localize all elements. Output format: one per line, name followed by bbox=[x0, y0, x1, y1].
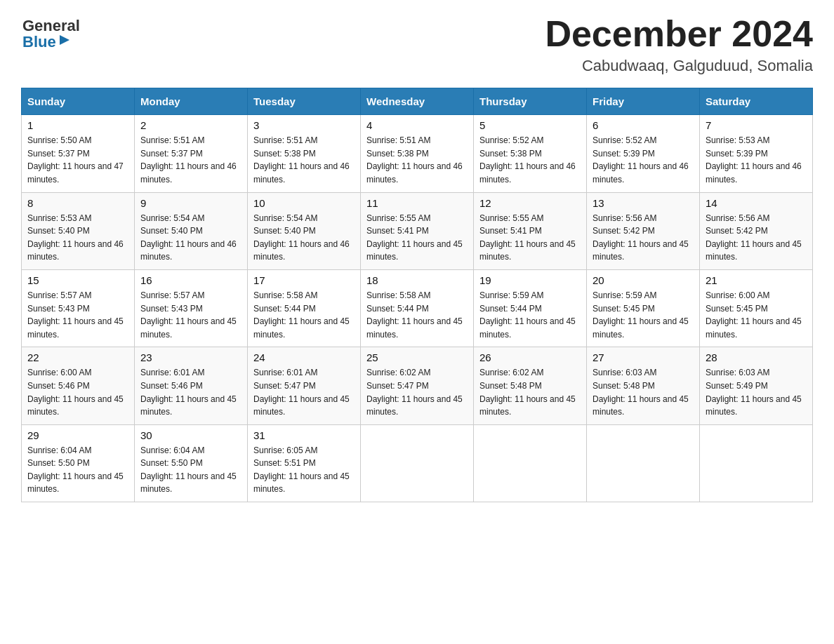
logo: General Blue bbox=[21, 14, 80, 51]
daylight-label: Daylight: 11 hours and 46 minutes. bbox=[706, 161, 802, 185]
day-info: Sunrise: 5:51 AM Sunset: 5:38 PM Dayligh… bbox=[366, 134, 468, 186]
daylight-label: Daylight: 11 hours and 45 minutes. bbox=[706, 316, 802, 340]
calendar-cell: 21 Sunrise: 6:00 AM Sunset: 5:45 PM Dayl… bbox=[700, 269, 813, 347]
sunset-label: Sunset: 5:41 PM bbox=[479, 226, 542, 236]
sunrise-label: Sunrise: 5:54 AM bbox=[253, 213, 317, 223]
calendar-cell bbox=[361, 424, 474, 502]
daylight-label: Daylight: 11 hours and 45 minutes. bbox=[593, 239, 689, 262]
daylight-label: Daylight: 11 hours and 45 minutes. bbox=[366, 394, 463, 417]
day-info: Sunrise: 5:55 AM Sunset: 5:41 PM Dayligh… bbox=[479, 212, 581, 264]
day-info: Sunrise: 5:54 AM Sunset: 5:40 PM Dayligh… bbox=[140, 212, 241, 264]
sunset-label: Sunset: 5:37 PM bbox=[140, 149, 203, 159]
calendar-cell: 29 Sunrise: 6:04 AM Sunset: 5:50 PM Dayl… bbox=[22, 424, 135, 502]
daylight-label: Daylight: 11 hours and 46 minutes. bbox=[366, 161, 463, 185]
calendar-cell: 12 Sunrise: 5:55 AM Sunset: 5:41 PM Dayl… bbox=[474, 192, 587, 269]
sunset-label: Sunset: 5:46 PM bbox=[27, 381, 90, 391]
calendar-cell: 18 Sunrise: 5:58 AM Sunset: 5:44 PM Dayl… bbox=[361, 269, 474, 347]
sunset-label: Sunset: 5:41 PM bbox=[366, 226, 429, 236]
sunrise-label: Sunrise: 5:55 AM bbox=[366, 213, 430, 223]
calendar-cell: 19 Sunrise: 5:59 AM Sunset: 5:44 PM Dayl… bbox=[474, 269, 587, 347]
sunrise-label: Sunrise: 6:03 AM bbox=[593, 368, 656, 377]
day-number: 8 bbox=[27, 197, 128, 209]
calendar-cell: 14 Sunrise: 5:56 AM Sunset: 5:42 PM Dayl… bbox=[700, 192, 813, 269]
header-saturday: Saturday bbox=[700, 88, 813, 115]
day-info: Sunrise: 6:02 AM Sunset: 5:47 PM Dayligh… bbox=[366, 366, 468, 418]
day-info: Sunrise: 5:57 AM Sunset: 5:43 PM Dayligh… bbox=[140, 289, 241, 341]
day-number: 23 bbox=[140, 351, 241, 363]
day-number: 11 bbox=[366, 197, 468, 209]
sunset-label: Sunset: 5:37 PM bbox=[27, 149, 90, 159]
sunset-label: Sunset: 5:38 PM bbox=[479, 149, 542, 159]
day-number: 7 bbox=[706, 119, 807, 131]
day-number: 26 bbox=[479, 351, 581, 363]
day-number: 25 bbox=[366, 351, 468, 363]
daylight-label: Daylight: 11 hours and 46 minutes. bbox=[253, 239, 350, 262]
calendar-cell: 24 Sunrise: 6:01 AM Sunset: 5:47 PM Dayl… bbox=[248, 347, 361, 424]
daylight-label: Daylight: 11 hours and 45 minutes. bbox=[479, 239, 576, 262]
sunset-label: Sunset: 5:48 PM bbox=[479, 381, 542, 391]
calendar-cell: 15 Sunrise: 5:57 AM Sunset: 5:43 PM Dayl… bbox=[22, 269, 135, 347]
day-info: Sunrise: 6:04 AM Sunset: 5:50 PM Dayligh… bbox=[27, 444, 128, 496]
day-info: Sunrise: 6:04 AM Sunset: 5:50 PM Dayligh… bbox=[140, 444, 241, 496]
sunset-label: Sunset: 5:42 PM bbox=[706, 226, 768, 236]
sunrise-label: Sunrise: 5:57 AM bbox=[27, 290, 91, 300]
calendar-cell bbox=[587, 424, 700, 502]
day-info: Sunrise: 6:00 AM Sunset: 5:46 PM Dayligh… bbox=[27, 366, 128, 418]
sunrise-label: Sunrise: 5:52 AM bbox=[479, 135, 543, 145]
week-row-5: 29 Sunrise: 6:04 AM Sunset: 5:50 PM Dayl… bbox=[22, 424, 813, 502]
sunrise-label: Sunrise: 6:02 AM bbox=[479, 368, 543, 377]
sunrise-label: Sunrise: 6:00 AM bbox=[27, 368, 91, 377]
calendar-cell: 9 Sunrise: 5:54 AM Sunset: 5:40 PM Dayli… bbox=[135, 192, 248, 269]
logo-arrow-icon bbox=[58, 34, 71, 49]
calendar-cell bbox=[474, 424, 587, 502]
day-info: Sunrise: 5:50 AM Sunset: 5:37 PM Dayligh… bbox=[27, 134, 128, 186]
week-row-1: 1 Sunrise: 5:50 AM Sunset: 5:37 PM Dayli… bbox=[22, 115, 813, 192]
day-info: Sunrise: 6:03 AM Sunset: 5:49 PM Dayligh… bbox=[706, 366, 807, 418]
daylight-label: Daylight: 11 hours and 45 minutes. bbox=[27, 394, 124, 417]
sunrise-label: Sunrise: 5:52 AM bbox=[593, 135, 656, 145]
sunset-label: Sunset: 5:45 PM bbox=[706, 304, 768, 314]
sunset-label: Sunset: 5:44 PM bbox=[479, 304, 542, 314]
day-info: Sunrise: 5:54 AM Sunset: 5:40 PM Dayligh… bbox=[253, 212, 355, 264]
daylight-label: Daylight: 11 hours and 45 minutes. bbox=[253, 471, 350, 495]
sunrise-label: Sunrise: 5:54 AM bbox=[140, 213, 204, 223]
month-title: December 2024 bbox=[545, 14, 813, 54]
sunrise-label: Sunrise: 6:01 AM bbox=[253, 368, 317, 377]
day-number: 31 bbox=[253, 429, 355, 441]
daylight-label: Daylight: 11 hours and 45 minutes. bbox=[593, 316, 689, 340]
sunrise-label: Sunrise: 5:55 AM bbox=[479, 213, 543, 223]
day-number: 6 bbox=[593, 119, 694, 131]
calendar-cell: 16 Sunrise: 5:57 AM Sunset: 5:43 PM Dayl… bbox=[135, 269, 248, 347]
day-info: Sunrise: 5:51 AM Sunset: 5:38 PM Dayligh… bbox=[253, 134, 355, 186]
calendar-cell: 25 Sunrise: 6:02 AM Sunset: 5:47 PM Dayl… bbox=[361, 347, 474, 424]
sunrise-label: Sunrise: 5:58 AM bbox=[253, 290, 317, 300]
header-tuesday: Tuesday bbox=[248, 88, 361, 115]
sunrise-label: Sunrise: 6:01 AM bbox=[140, 368, 204, 377]
daylight-label: Daylight: 11 hours and 45 minutes. bbox=[593, 394, 689, 417]
sunset-label: Sunset: 5:47 PM bbox=[366, 381, 429, 391]
svg-marker-0 bbox=[60, 35, 70, 45]
sunrise-label: Sunrise: 5:58 AM bbox=[366, 290, 430, 300]
sunset-label: Sunset: 5:50 PM bbox=[140, 458, 203, 468]
calendar-cell: 27 Sunrise: 6:03 AM Sunset: 5:48 PM Dayl… bbox=[587, 347, 700, 424]
day-number: 30 bbox=[140, 429, 241, 441]
sunrise-label: Sunrise: 6:03 AM bbox=[706, 368, 769, 377]
sunset-label: Sunset: 5:43 PM bbox=[140, 304, 203, 314]
sunrise-label: Sunrise: 5:57 AM bbox=[140, 290, 204, 300]
calendar-cell: 17 Sunrise: 5:58 AM Sunset: 5:44 PM Dayl… bbox=[248, 269, 361, 347]
day-number: 9 bbox=[140, 197, 241, 209]
sunrise-label: Sunrise: 6:05 AM bbox=[253, 445, 317, 455]
sunset-label: Sunset: 5:45 PM bbox=[593, 304, 655, 314]
day-number: 27 bbox=[593, 351, 694, 363]
calendar-table: Sunday Monday Tuesday Wednesday Thursday… bbox=[21, 88, 813, 502]
day-info: Sunrise: 5:58 AM Sunset: 5:44 PM Dayligh… bbox=[253, 289, 355, 341]
sunrise-label: Sunrise: 5:51 AM bbox=[140, 135, 204, 145]
day-number: 2 bbox=[140, 119, 241, 131]
day-info: Sunrise: 5:59 AM Sunset: 5:44 PM Dayligh… bbox=[479, 289, 581, 341]
daylight-label: Daylight: 11 hours and 45 minutes. bbox=[479, 316, 576, 340]
location-title: Cabudwaaq, Galguduud, Somalia bbox=[545, 57, 813, 75]
daylight-label: Daylight: 11 hours and 46 minutes. bbox=[140, 161, 237, 185]
day-info: Sunrise: 5:56 AM Sunset: 5:42 PM Dayligh… bbox=[593, 212, 694, 264]
day-number: 13 bbox=[593, 197, 694, 209]
calendar-cell: 4 Sunrise: 5:51 AM Sunset: 5:38 PM Dayli… bbox=[361, 115, 474, 192]
